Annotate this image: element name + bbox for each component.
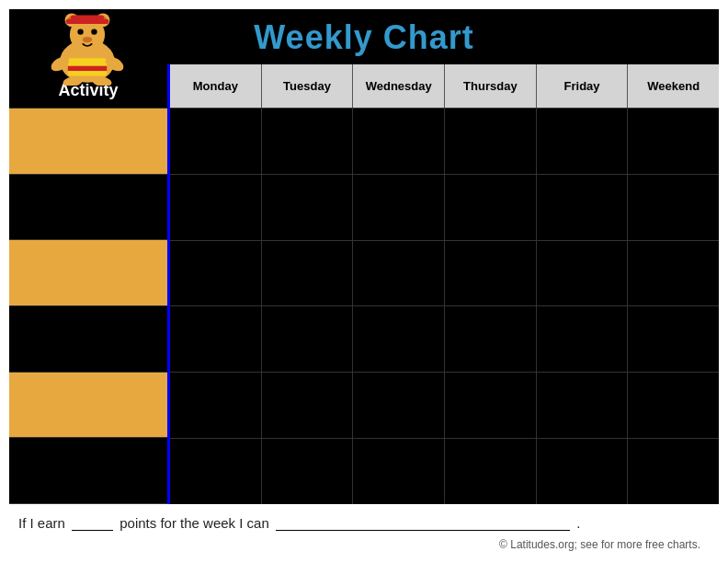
activity-column: Activity [9, 64, 170, 504]
cell-r2-tue [262, 175, 354, 240]
activity-row-5 [9, 373, 167, 439]
cell-r3-tue [262, 241, 354, 306]
footer-text-before-blank1: If I earn [18, 515, 65, 531]
cell-r2-mon [170, 175, 262, 240]
activity-row-3 [9, 240, 167, 306]
cell-r1-thu [445, 109, 537, 174]
footer-text: If I earn points for the week I can . [18, 515, 710, 531]
data-row-3 [170, 241, 719, 307]
cell-r1-wed [353, 109, 445, 174]
cell-r6-wed [353, 439, 445, 504]
data-row-1 [170, 109, 719, 175]
cell-r2-wkd [628, 175, 719, 240]
footer-text-before-blank2: points for the week I can [119, 515, 269, 531]
bear-icon [37, 7, 138, 86]
cell-r3-fri [537, 241, 629, 306]
activity-row-4 [9, 306, 167, 373]
svg-point-6 [77, 29, 83, 34]
footer-area: If I earn points for the week I can . © … [0, 504, 728, 563]
activity-row-2 [9, 175, 167, 241]
day-header-thursday: Thursday [445, 64, 537, 108]
cell-r5-fri [537, 373, 629, 438]
cell-r3-mon [170, 241, 262, 306]
cell-r4-tue [262, 306, 354, 372]
copyright-text: © Latitudes.org; see for more free chart… [18, 536, 710, 558]
svg-point-7 [91, 29, 97, 34]
cell-r1-wkd [628, 109, 719, 174]
data-row-2 [170, 175, 719, 241]
day-header-weekend: Weekend [628, 64, 719, 108]
day-header-friday: Friday [537, 64, 629, 108]
cell-r6-wkd [628, 439, 719, 504]
cell-r5-wkd [628, 373, 719, 438]
data-row-6 [170, 439, 719, 504]
cell-r3-wed [353, 241, 445, 306]
day-header-monday: Monday [170, 64, 262, 108]
chart-area: Weekly Chart [9, 9, 719, 504]
cell-r2-wed [353, 175, 445, 240]
day-header-wednesday: Wednesday [353, 64, 445, 108]
cell-r1-tue [262, 109, 354, 174]
cell-r6-mon [170, 439, 262, 504]
cell-r1-fri [537, 109, 629, 174]
cell-r5-mon [170, 373, 262, 438]
cell-r4-fri [537, 306, 629, 372]
cell-r6-tue [262, 439, 354, 504]
activity-row-6 [9, 438, 167, 504]
days-header-row: Monday Tuesday Wednesday Thursday Friday… [170, 64, 719, 109]
chart-grid-wrapper: Activity Monday Tuesday Wednesday Thursd… [9, 64, 719, 504]
day-header-tuesday: Tuesday [262, 64, 354, 108]
cell-r6-fri [537, 439, 629, 504]
cell-r4-wed [353, 306, 445, 372]
cell-r4-mon [170, 306, 262, 372]
cell-r6-thu [445, 439, 537, 504]
footer-end-punctuation: . [576, 515, 580, 531]
data-row-4 [170, 306, 719, 373]
cell-r4-thu [445, 306, 537, 372]
cell-r5-wed [353, 373, 445, 438]
svg-rect-12 [68, 66, 108, 71]
cell-r2-thu [445, 175, 537, 240]
footer-blank2[interactable] [276, 530, 570, 531]
cell-r3-wkd [628, 241, 719, 306]
cell-r3-thu [445, 241, 537, 306]
cell-r5-tue [262, 373, 354, 438]
cell-r1-mon [170, 109, 262, 174]
days-column-wrapper: Monday Tuesday Wednesday Thursday Friday… [170, 64, 719, 504]
activity-header-cell: Activity [9, 64, 167, 109]
cell-r4-wkd [628, 306, 719, 372]
activity-row-1 [9, 109, 167, 175]
data-row-5 [170, 373, 719, 439]
svg-point-8 [83, 37, 93, 42]
footer-blank1[interactable] [72, 530, 113, 531]
page-wrapper: Weekly Chart [0, 0, 728, 563]
days-body [170, 109, 719, 504]
cell-r2-fri [537, 175, 629, 240]
cell-r5-thu [445, 373, 537, 438]
svg-rect-10 [66, 19, 109, 24]
